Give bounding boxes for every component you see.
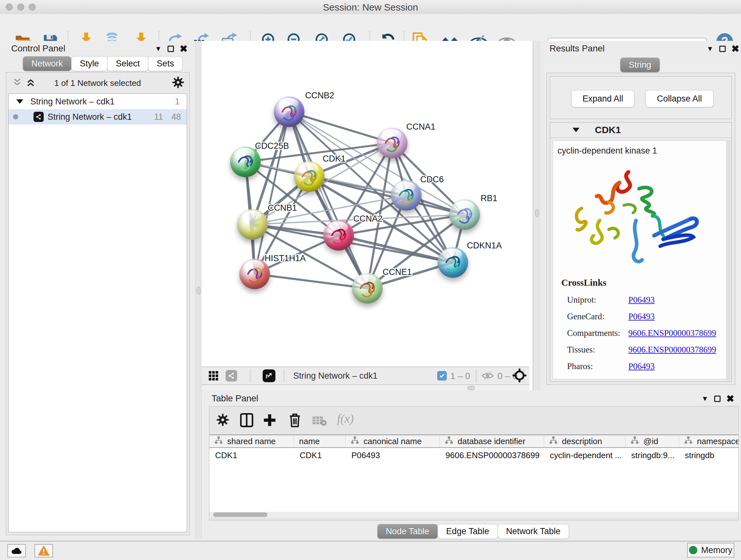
crosslink-link[interactable]: 9606.ENSP00000378699 [628, 345, 716, 355]
node-CCNB2[interactable] [274, 97, 305, 127]
network-edge-count: 48 [172, 112, 181, 122]
float-panel-icon[interactable] [167, 46, 174, 52]
node-RB1[interactable] [449, 199, 480, 230]
cell-description[interactable]: cyclin-dependent ... [544, 448, 625, 512]
node-CDK1[interactable] [294, 161, 325, 192]
expand-all-button[interactable]: Expand All [571, 90, 634, 107]
column-header-database-identifier[interactable]: database identifier [440, 435, 544, 447]
splitter-left[interactable] [195, 41, 202, 539]
table-horizontal-scrollbar[interactable] [210, 512, 738, 517]
node-CDKN1A[interactable] [437, 247, 468, 278]
column-header-canonical-name[interactable]: canonical name [346, 435, 440, 447]
cell-name[interactable]: CDK1 [294, 448, 346, 512]
column-header-name[interactable]: name [294, 435, 346, 447]
node-CCNA1[interactable] [377, 128, 408, 159]
memory-button[interactable]: Memory [687, 543, 734, 557]
node-CDC25B[interactable] [230, 146, 261, 177]
splitter-right[interactable] [533, 41, 541, 390]
crosslink-link[interactable]: P06493 [628, 312, 655, 321]
crosslink-label: Uniprot: [567, 295, 628, 305]
cloud-button[interactable] [7, 544, 26, 557]
network-view-toolbar: String Network – cdk1 1 – 0 0 – 0 [201, 367, 529, 385]
node-CCNE1[interactable] [352, 273, 383, 304]
node-label-CCNE1: CCNE1 [383, 267, 412, 277]
tab-node-table[interactable]: Node Table [377, 524, 438, 539]
close-panel-icon[interactable]: ✖ [731, 46, 739, 52]
cell-shared-name[interactable]: CDK1 [209, 448, 294, 512]
column-label: description [562, 436, 602, 446]
crosslink-row: Tissues:9606.ENSP00000378699 [567, 341, 727, 358]
crosslink-label: Tissues: [567, 345, 628, 355]
protein-ribbon-icon [278, 102, 300, 124]
node-CCNA2[interactable] [323, 220, 354, 251]
delete-column-icon[interactable] [288, 413, 301, 429]
network-collection-label: String Network – cdk1 [30, 97, 115, 107]
warning-button[interactable] [35, 544, 53, 557]
results-panel-menu-icon[interactable]: ▼ [706, 45, 714, 53]
crosslink-link[interactable]: P06493 [628, 361, 655, 371]
application-window: Session: New Session [0, 0, 741, 560]
show-columns-icon[interactable] [240, 413, 253, 429]
open-in-new-window-icon[interactable] [263, 369, 275, 382]
network-row-selected[interactable]: String Network – cdk1 11 48 [9, 109, 187, 125]
crosslink-link[interactable]: P06493 [628, 295, 655, 305]
splitter-handle[interactable] [197, 287, 200, 294]
edge-CCNB2-CCNA1[interactable] [289, 112, 392, 143]
table-panel-menu-icon[interactable]: ▼ [701, 395, 709, 403]
gene-symbol: CDK1 [595, 125, 621, 135]
hierarchy-icon [351, 436, 359, 447]
collapse-triangle-icon[interactable] [572, 128, 580, 132]
tab-sets[interactable]: Sets [148, 56, 183, 71]
splitter-handle[interactable] [535, 209, 539, 217]
crosslink-link[interactable]: 9606.ENSP00000378699 [628, 328, 716, 338]
cell-@id[interactable]: stringdb:9... [625, 448, 679, 512]
splitter-handle[interactable] [467, 386, 475, 390]
table-row[interactable]: CDK1CDK1P064939606.ENSP00000378699cyclin… [209, 448, 739, 512]
collapse-all-button[interactable]: Collapse All [645, 90, 714, 107]
tab-string[interactable]: String [620, 57, 660, 72]
results-panel-title: Results Panel [549, 44, 605, 54]
protein-structure-image [559, 160, 713, 275]
cell-namespace[interactable]: stringdb [679, 448, 739, 512]
float-panel-icon[interactable] [719, 46, 726, 52]
tab-network[interactable]: Network [23, 56, 71, 71]
node-CDC6[interactable] [391, 180, 421, 211]
control-panel-menu-icon[interactable]: ▼ [155, 45, 162, 53]
cell-database-identifier[interactable]: 9606.ENSP00000378699 [440, 448, 544, 512]
protein-ribbon-icon [442, 252, 464, 274]
splitter-bottom[interactable] [201, 385, 529, 390]
hidden-eye-icon[interactable] [482, 371, 494, 382]
tab-network-table[interactable]: Network Table [497, 524, 569, 539]
table-panel-title: Table Panel [212, 393, 258, 403]
column-header-namespace[interactable]: namespace [679, 435, 739, 447]
cell-canonical-name[interactable]: P06493 [346, 448, 440, 512]
column-header-@id[interactable]: @id [625, 435, 679, 447]
close-panel-icon[interactable]: ✖ [726, 395, 734, 402]
column-header-description[interactable]: description [544, 435, 625, 447]
edge-CCNE1-HIST1H1A[interactable] [255, 274, 367, 288]
results-scrollbar[interactable] [726, 140, 730, 380]
protein-ribbon-icon [454, 204, 476, 227]
tab-select[interactable]: Select [107, 56, 148, 71]
scrollbar-thumb[interactable] [213, 512, 267, 517]
float-panel-icon[interactable] [714, 395, 721, 402]
tab-style[interactable]: Style [71, 56, 108, 71]
gene-section-header[interactable]: CDK1 [550, 123, 731, 138]
close-panel-icon[interactable]: ✖ [180, 46, 188, 52]
gear-icon[interactable] [172, 76, 184, 90]
grid-view-icon[interactable] [208, 371, 219, 382]
add-column-icon[interactable] [263, 414, 276, 428]
tab-edge-table[interactable]: Edge Table [437, 524, 498, 539]
crosslink-row: Compartments:9606.ENSP00000378699 [567, 325, 727, 341]
network-share-view-icon[interactable] [226, 370, 237, 381]
crosshair-icon[interactable] [512, 368, 527, 384]
protein-ribbon-icon [395, 185, 417, 207]
gene-description: cyclin-dependent kinase 1 [557, 146, 657, 156]
selected-checkbox[interactable] [437, 371, 447, 381]
node-CCNB1[interactable] [237, 209, 268, 240]
table-settings-gear-icon[interactable] [216, 414, 229, 428]
node-HIST1H1A[interactable] [239, 259, 270, 289]
network-canvas[interactable]: CCNB2CCNA1CDC25BCDK1CDC6RB1CCNB1CCNA2CDK… [201, 41, 529, 367]
column-header-shared-name[interactable]: shared name [209, 435, 294, 447]
network-collection-row[interactable]: String Network – cdk1 1 [9, 94, 187, 109]
